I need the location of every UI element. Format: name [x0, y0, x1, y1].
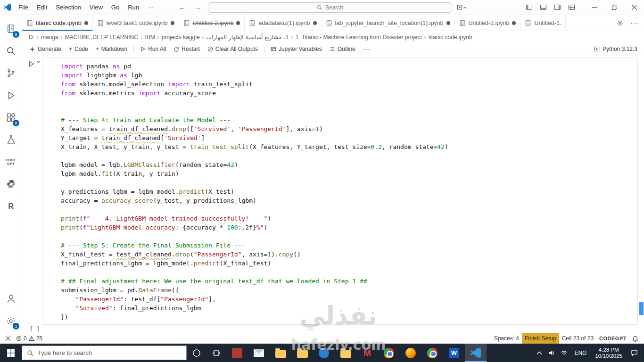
toolbar-more-icon[interactable]: ··· — [360, 43, 374, 55]
code-line[interactable]: "Survived": final_predictions_lgbm — [61, 304, 634, 313]
add-markdown-cell-button[interactable]: +Markdown — [92, 43, 131, 55]
code-line[interactable]: submission_lgbm = pd.DataFrame({ — [61, 286, 634, 295]
menu-item-3[interactable]: View — [85, 4, 107, 11]
global-search-input[interactable]: Search — [208, 2, 452, 13]
dirty-indicator[interactable] — [446, 21, 450, 25]
code-line[interactable]: lgbm_model.fit(X_train, y_train) — [61, 169, 634, 178]
breadcrumb-item-4[interactable]: projects kaggle — [162, 34, 200, 41]
action-center-icon[interactable] — [627, 349, 642, 356]
chrome-icon[interactable] — [378, 344, 400, 362]
dirty-indicator[interactable] — [313, 21, 317, 25]
tab-3[interactable]: edadataviz(1).ipynb — [245, 15, 321, 31]
tab-2[interactable]: Untitled-2.ipynb — [179, 15, 245, 31]
code-line[interactable]: X_final_test = test_df_cleaned.drop("Pas… — [61, 250, 634, 259]
network-icon[interactable] — [558, 349, 570, 356]
generate-button[interactable]: Generate — [26, 43, 65, 55]
tab-4[interactable]: lab_jupyter_launch_site_location(1).ipyn… — [322, 15, 455, 31]
problems-indicator[interactable]: 0 25 — [13, 333, 45, 344]
scrollbar-thumb[interactable] — [639, 302, 644, 315]
python-icon[interactable] — [0, 173, 22, 195]
run-cell-button[interactable] — [28, 60, 41, 67]
editor-settings-gear-icon[interactable] — [616, 19, 624, 27]
code-line[interactable]: }) — [61, 313, 634, 321]
chrome-2-icon[interactable] — [421, 344, 443, 362]
menu-item-6[interactable]: ··· — [143, 4, 158, 11]
code-line[interactable]: X_train, X_test, y_train, y_test = train… — [61, 142, 634, 151]
cortana-icon[interactable] — [187, 344, 206, 362]
breadcrumb-item-7[interactable]: titanic code.ipynb — [429, 34, 472, 41]
run-debug-icon[interactable] — [0, 84, 22, 107]
remote-indicator-icon[interactable] — [3, 333, 13, 344]
folder-2-icon[interactable] — [291, 344, 313, 362]
file-explorer-icon[interactable] — [270, 344, 291, 362]
notifications-bell-icon[interactable] — [629, 333, 641, 344]
code-line[interactable]: accuracy = accuracy_score(y_test, y_pred… — [61, 196, 634, 205]
code-line[interactable]: print(f"LightGBM model accuracy: {accura… — [61, 223, 634, 232]
cell-position-indicator[interactable]: Cell 23 of 23 — [559, 333, 596, 344]
taskbar-search-input[interactable]: Type here to search — [22, 346, 187, 360]
add-code-cell-button[interactable]: +Code — [66, 43, 91, 55]
outline-button[interactable]: Outline — [326, 43, 359, 55]
breadcrumb-item-0[interactable]: D: — [29, 34, 34, 41]
code-line[interactable]: # --- Step 4: Train and Evaluate the Mod… — [61, 115, 634, 124]
show-desktop-button[interactable] — [642, 344, 644, 362]
start-button[interactable] — [0, 344, 22, 362]
search-view-icon[interactable] — [0, 40, 22, 62]
codegpt-status-item[interactable]: CODEGPT — [596, 333, 629, 344]
dirty-indicator[interactable] — [171, 21, 174, 25]
code-line[interactable]: from sklearn.metrics import accuracy_sco… — [61, 89, 634, 98]
account-icon[interactable] — [0, 288, 22, 310]
mail-icon[interactable] — [248, 344, 270, 362]
code-line[interactable]: # --- Step 5: Create the Final Submissio… — [61, 241, 634, 250]
tab-0[interactable]: titanic code.ipynb — [22, 15, 93, 31]
code-line[interactable]: import lightgbm as lgb — [61, 71, 634, 80]
notebook-cell[interactable]: import pandas as pdimport lightgbm as lg… — [42, 58, 638, 325]
jupyter-variables-button[interactable]: Jupyter Variables — [267, 43, 325, 55]
code-line[interactable] — [61, 268, 634, 277]
code-line[interactable]: print(f"--- 4. LightGBM model trained su… — [61, 214, 634, 223]
run-all-button[interactable]: Run All — [137, 43, 169, 55]
gmail-icon[interactable]: M — [356, 344, 378, 362]
source-control-icon[interactable] — [0, 62, 22, 84]
code-line[interactable]: y_predictions_lgbm = lgbm_model.predict(… — [61, 187, 634, 196]
code-line[interactable]: X_features = train_df_cleaned.drop(['Sur… — [61, 124, 634, 133]
toggle-sidebar-icon[interactable] — [526, 4, 533, 11]
code-line[interactable]: import pandas as pd — [61, 62, 634, 71]
folder-3-icon[interactable] — [335, 344, 356, 362]
settings-gear-icon[interactable]: 1 — [0, 310, 22, 332]
dirty-indicator[interactable] — [512, 21, 516, 25]
back-button[interactable]: ← — [177, 3, 188, 11]
breadcrumb-item-5[interactable]: 1. مشاريع أساسية لإظهار المهارات — [206, 34, 289, 41]
vscode-icon[interactable] — [465, 344, 487, 362]
speaker-icon[interactable] — [545, 349, 558, 356]
explorer-icon[interactable]: 8 — [0, 18, 22, 40]
finish-setup-button[interactable]: Finish Setup — [522, 333, 559, 344]
code-line[interactable] — [61, 107, 634, 115]
breadcrumb-item-1[interactable]: manga — [41, 34, 58, 41]
menu-item-0[interactable]: File — [14, 4, 33, 11]
word-icon[interactable]: W — [443, 344, 465, 362]
code-line[interactable] — [61, 98, 634, 107]
code-line[interactable] — [61, 205, 634, 214]
restore-button[interactable] — [604, 0, 624, 15]
firefox-icon[interactable] — [400, 344, 421, 362]
app-blue-icon[interactable] — [313, 344, 335, 362]
code-line[interactable]: # ## Final adjustment here: We use the o… — [61, 277, 634, 286]
clear-outputs-button[interactable]: Clear All Outputs — [204, 43, 261, 55]
toggle-secondary-sidebar-icon[interactable] — [554, 4, 561, 11]
tab-6[interactable]: Untitled-1. — [520, 15, 566, 31]
code-line[interactable] — [61, 178, 634, 187]
breadcrumb-item-6[interactable]: 1. Titanic - Machine Learning from Disas… — [296, 34, 422, 41]
editor-more-actions-icon[interactable]: ··· — [630, 19, 638, 27]
customize-layout-icon[interactable] — [568, 4, 575, 11]
menu-item-4[interactable]: Go — [107, 4, 124, 11]
forward-button[interactable]: → — [192, 3, 203, 11]
search-dropdown-icon[interactable] — [457, 4, 467, 11]
language-indicator[interactable]: ENG — [570, 350, 591, 356]
extensions-icon[interactable]: 8 — [0, 107, 22, 129]
minimize-button[interactable] — [585, 0, 604, 15]
code-line[interactable]: "PassengerId": test_df["PassengerId"], — [61, 295, 634, 304]
task-view-icon[interactable] — [206, 344, 226, 362]
code-line[interactable]: from sklearn.model_selection import trai… — [61, 80, 634, 89]
spaces-indicator[interactable]: Spaces: 4 — [491, 333, 522, 344]
